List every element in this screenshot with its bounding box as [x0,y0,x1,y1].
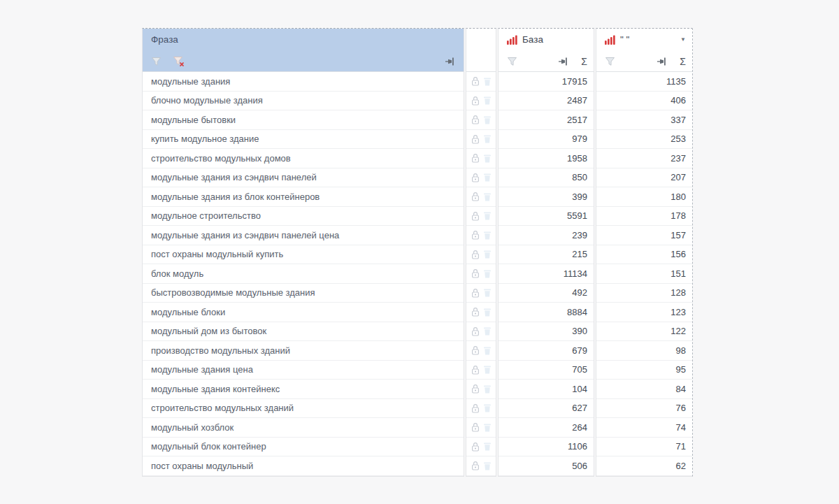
sum-icon[interactable]: Σ [680,57,686,66]
lock-icon[interactable] [471,250,480,259]
faded-trash-icon[interactable] [483,423,492,432]
lock-icon[interactable] [471,461,480,470]
lock-icon[interactable] [471,96,480,106]
phrase-cell[interactable]: производство модульных зданий [143,341,464,361]
quotes-value-cell[interactable]: 156 [596,245,692,265]
faded-trash-icon[interactable] [483,442,492,451]
phrase-cell[interactable]: быстровозводимые модульные здания [143,284,464,303]
faded-trash-icon[interactable] [483,346,492,355]
quotes-value-cell[interactable]: 253 [596,130,692,150]
quotes-value-cell[interactable]: 151 [596,264,692,284]
filter-funnel-icon[interactable] [507,57,517,66]
base-value-cell[interactable]: 979 [499,130,594,150]
quotes-value-cell[interactable]: 207 [596,168,692,188]
faded-trash-icon[interactable] [483,403,492,412]
lock-icon[interactable] [471,403,480,413]
faded-trash-icon[interactable] [483,134,492,143]
faded-trash-icon[interactable] [483,77,492,86]
quotes-value-cell[interactable]: 157 [596,226,692,245]
quotes-value-cell[interactable]: 76 [596,399,692,419]
lock-icon[interactable] [471,326,480,336]
faded-trash-icon[interactable] [483,288,492,297]
base-value-cell[interactable]: 5591 [499,207,594,226]
lock-icon[interactable] [471,134,480,144]
quotes-value-cell[interactable]: 98 [596,341,692,361]
faded-trash-icon[interactable] [483,192,492,201]
phrase-cell[interactable]: модульные здания из блок контейнеров [143,187,464,207]
base-value-cell[interactable]: 506 [499,456,594,476]
phrase-cell[interactable]: модульный блок контейнер [143,438,464,457]
sum-icon[interactable]: Σ [581,57,587,66]
lock-icon[interactable] [471,211,480,221]
base-value-cell[interactable]: 239 [499,226,594,245]
quotes-value-cell[interactable]: 406 [596,92,692,111]
base-value-cell[interactable]: 215 [499,245,594,265]
phrase-column-header[interactable]: Фраза [143,29,464,72]
lock-icon[interactable] [471,153,480,163]
quotes-value-cell[interactable]: 178 [596,207,692,226]
filter-clear-icon[interactable] [173,56,185,66]
phrase-cell[interactable]: модульные здания из сэндвич панелей цена [143,226,464,245]
base-value-cell[interactable]: 1958 [499,149,594,168]
quotes-value-cell[interactable]: 128 [596,284,692,303]
faded-trash-icon[interactable] [483,96,492,105]
phrase-cell[interactable]: модульные здания из сэндвич панелей [143,168,464,188]
filter-funnel-icon[interactable] [605,57,615,66]
lock-icon[interactable] [471,365,480,375]
phrase-cell[interactable]: модульные блоки [143,303,464,322]
faded-trash-icon[interactable] [483,231,492,240]
lock-icon[interactable] [471,422,480,432]
phrase-cell[interactable]: модульные здания контейнекс [143,380,464,399]
faded-trash-icon[interactable] [483,250,492,259]
base-value-cell[interactable]: 679 [499,341,594,361]
phrase-cell[interactable]: блок модуль [143,264,464,284]
pin-column-icon[interactable] [657,57,668,66]
quotes-value-cell[interactable]: 337 [596,110,692,130]
faded-trash-icon[interactable] [483,365,492,374]
phrase-cell[interactable]: модульные здания [143,72,464,92]
base-value-cell[interactable]: 705 [499,361,594,380]
chevron-down-icon[interactable]: ▼ [680,37,686,43]
base-value-cell[interactable]: 850 [499,168,594,188]
lock-icon[interactable] [471,192,480,201]
faded-trash-icon[interactable] [483,173,492,182]
base-value-cell[interactable]: 2517 [499,110,594,130]
quotes-value-cell[interactable]: 180 [596,187,692,207]
phrase-cell[interactable]: строительство модульных зданий [143,399,464,419]
pin-column-icon[interactable] [445,57,457,66]
base-value-cell[interactable]: 264 [499,418,594,438]
phrase-cell[interactable]: блочно модульные здания [143,92,464,111]
lock-icon[interactable] [471,115,480,124]
phrase-cell[interactable]: строительство модульных домов [143,149,464,168]
base-value-cell[interactable]: 104 [499,380,594,399]
quotes-value-cell[interactable]: 95 [596,361,692,380]
phrase-cell[interactable]: модульный хозблок [143,418,464,438]
lock-icon[interactable] [471,173,480,182]
faded-trash-icon[interactable] [483,326,492,336]
faded-trash-icon[interactable] [483,308,492,317]
base-value-cell[interactable]: 399 [499,187,594,207]
base-value-cell[interactable]: 627 [499,399,594,419]
base-value-cell[interactable]: 11134 [499,264,594,284]
phrase-cell[interactable]: пост охраны модульный купить [143,245,464,265]
quotes-value-cell[interactable]: 122 [596,322,692,342]
faded-trash-icon[interactable] [483,461,492,470]
lock-icon[interactable] [471,268,480,278]
phrase-cell[interactable]: модульный дом из бытовок [143,322,464,342]
pin-column-icon[interactable] [559,57,570,66]
quotes-value-cell[interactable]: 123 [596,303,692,322]
phrase-cell[interactable]: купить модульное здание [143,130,464,150]
base-column-header[interactable]: База Σ [499,29,594,72]
phrase-cell[interactable]: пост охраны модульный [143,456,464,476]
quotes-value-cell[interactable]: 237 [596,149,692,168]
faded-trash-icon[interactable] [483,384,492,394]
lock-icon[interactable] [471,288,480,298]
lock-icon[interactable] [471,345,480,355]
lock-icon[interactable] [471,76,480,86]
quotes-value-cell[interactable]: 1135 [596,72,692,92]
quotes-value-cell[interactable]: 84 [596,380,692,399]
lock-icon[interactable] [471,384,480,394]
lock-icon[interactable] [471,230,480,240]
base-value-cell[interactable]: 390 [499,322,594,342]
quotes-value-cell[interactable]: 71 [596,438,692,457]
